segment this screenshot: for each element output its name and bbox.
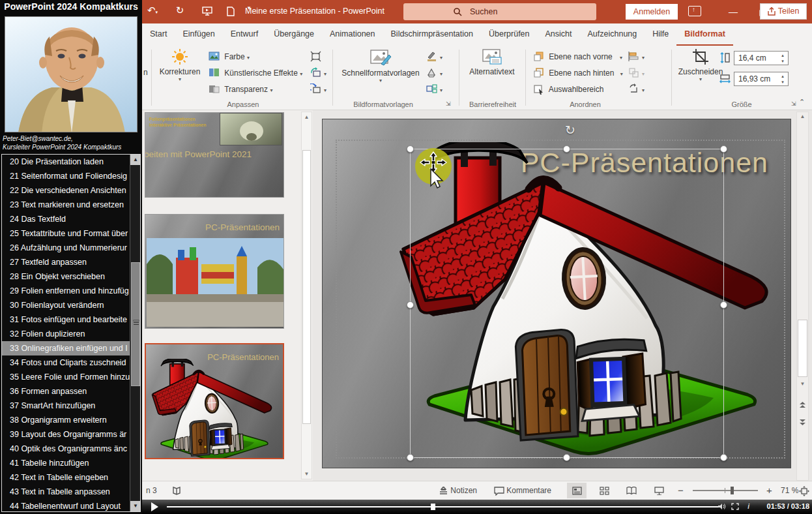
height-field[interactable]: 16,4 cm▴▾ (734, 51, 789, 65)
zoom-out-button[interactable]: − (678, 481, 684, 500)
lesson-item[interactable]: 21 Seitenformat und Foliendesig (2, 169, 140, 183)
lesson-item[interactable]: 33 Onlinegrafiken einfügen und I (2, 341, 140, 355)
fit-to-window-icon[interactable] (799, 481, 809, 500)
lesson-item[interactable]: 44 Tabellenentwurf und Layout (2, 499, 140, 512)
lesson-item[interactable]: 32 Folien duplizieren (2, 327, 140, 341)
picture-effects-icon[interactable]: ▾ (426, 66, 442, 80)
selection-handle-bottom-left[interactable] (407, 454, 414, 461)
selection-handle-top-left[interactable] (407, 145, 414, 153)
zuschneiden-button[interactable]: Zuschneiden ▾ (675, 48, 726, 82)
selection-handle-middle-left[interactable] (407, 301, 414, 309)
lesson-item[interactable]: 31 Fotos einfügen und bearbeite (2, 312, 140, 327)
slide-thumbnail-3-selected[interactable]: PC-Präsentationen (145, 343, 284, 459)
lesson-scroll-up-icon[interactable]: ▲ (130, 155, 141, 165)
change-picture-icon[interactable]: ▾ (310, 66, 326, 80)
sign-in-button[interactable]: Anmelden (626, 4, 678, 20)
selection-handle-bottom-center[interactable] (563, 454, 570, 461)
dialog-launcher-icon[interactable]: ⇲ (446, 100, 451, 107)
lesson-item[interactable]: 28 Ein Objekt verschieben (2, 269, 140, 284)
normal-view-button[interactable] (567, 483, 587, 498)
selection-handle-bottom-right[interactable] (720, 454, 727, 461)
collapse-ribbon-icon[interactable]: ⌃ (799, 98, 805, 106)
ebene-nach-vorne-button[interactable]: Ebene nach vorne ▾ (533, 50, 622, 64)
selection-handle-top-right[interactable] (720, 145, 727, 153)
previous-slide-icon[interactable] (797, 402, 808, 410)
lesson-item[interactable]: 22 Die verschiedenen Ansichten (2, 183, 140, 198)
lesson-item[interactable]: 42 Text in Tabelle eingeben (2, 470, 140, 485)
zoom-in-button[interactable]: + (766, 481, 772, 500)
ribbon-tab[interactable]: Animationen (322, 24, 383, 44)
lesson-item[interactable]: 24 Das Textfeld (2, 212, 140, 226)
next-slide-icon[interactable] (797, 419, 808, 427)
lesson-item[interactable]: 41 Tabelle hinzufügen (2, 456, 140, 470)
zoom-level-label[interactable]: 71 % (781, 481, 798, 500)
lesson-item[interactable]: 37 SmartArt hinzufügen (2, 399, 140, 413)
korrekturen-button[interactable]: Korrekturen ▾ (156, 48, 203, 82)
lesson-item[interactable]: 25 Textattribute und Format über (2, 226, 140, 241)
info-icon[interactable]: i (747, 503, 749, 510)
search-input[interactable]: Suchen (403, 3, 596, 20)
kommentare-button[interactable]: Kommentare (494, 481, 551, 500)
ribbon-tab[interactable]: Ansicht (538, 24, 580, 44)
ribbon-tab[interactable]: Einfügen (175, 24, 222, 44)
scroll-up-icon[interactable]: ▲ (797, 113, 808, 119)
zoom-slider[interactable] (693, 490, 758, 491)
width-field[interactable]: 16,93 cm▴▾ (734, 72, 789, 86)
farbe-button[interactable]: Farbe ▾ (209, 50, 250, 64)
compress-pictures-icon[interactable] (310, 50, 324, 64)
auswahlbereich-button[interactable]: Auswahlbereich (533, 82, 603, 97)
selection-handle-middle-right[interactable] (720, 301, 727, 309)
lesson-scroll-down-icon[interactable]: ▼ (130, 501, 141, 511)
play-button[interactable] (151, 502, 158, 511)
thumb-scroll-down-icon[interactable]: ▼ (302, 469, 312, 479)
lesson-scrollbar[interactable]: ▲ ▼ (130, 155, 140, 511)
lesson-item[interactable]: 29 Folien entfernen und hinzufüg (2, 284, 140, 298)
group-objects-icon[interactable]: ▾ (628, 66, 645, 80)
minimize-button[interactable]: — (718, 0, 748, 23)
undo-icon[interactable]: ↶▾ (145, 5, 160, 16)
lesson-item[interactable]: 39 Layout des Organigramms är (2, 427, 140, 442)
video-progress-handle[interactable] (431, 504, 435, 510)
redo-icon[interactable]: ↻ (172, 5, 188, 16)
lesson-item[interactable]: 26 Aufzählung und Nummerierur (2, 241, 140, 255)
lesson-item[interactable]: 23 Text markieren und ersetzen (2, 198, 140, 212)
lesson-item[interactable]: 27 Textfeld anpassen (2, 255, 140, 269)
lesson-item[interactable]: 34 Fotos und Cliparts zuschneid (2, 355, 140, 370)
lesson-item[interactable]: 43 Text in Tabelle anpassen (2, 485, 140, 499)
ribbon-tab[interactable]: Entwurf (223, 24, 266, 44)
lesson-item[interactable]: 40 Optik des Organigramms änc (2, 442, 140, 456)
lesson-item[interactable]: 35 Leere Folie und Formen hinzu (2, 370, 140, 384)
reading-view-button[interactable] (622, 483, 641, 498)
ribbon-tab[interactable]: Aufzeichnung (580, 24, 645, 44)
thumb-scroll-thumb[interactable] (302, 150, 311, 424)
ebene-nach-hinten-button[interactable]: Ebene nach hinten ▾ (533, 66, 623, 80)
alternativtext-button[interactable]: Alternativtext (464, 48, 520, 76)
size-dialog-launcher-icon[interactable]: ⇲ (791, 100, 796, 107)
scroll-down-icon[interactable]: ▼ (797, 381, 808, 387)
zoom-slider-handle[interactable] (731, 487, 734, 494)
picture-border-icon[interactable]: ▾ (426, 50, 442, 64)
lesson-item[interactable]: 36 Formen anpassen (2, 384, 140, 399)
volume-icon[interactable] (718, 503, 726, 511)
lesson-item[interactable]: 20 Die Präsentation laden (2, 155, 140, 169)
lesson-item[interactable]: 38 Organigramm erweitern (2, 413, 140, 427)
thumbnail-scrollbar[interactable]: ▲ ▼ (301, 112, 312, 479)
ribbon-tab[interactable]: Bildformat (676, 24, 733, 46)
kuenstlerische-effekte-button[interactable]: Künstlerische Effekte ▾ (209, 66, 302, 80)
thumb-scroll-up-icon[interactable]: ▲ (302, 112, 312, 122)
align-objects-icon[interactable]: ▾ (628, 50, 645, 64)
slideshow-view-button[interactable] (649, 483, 669, 498)
ribbon-tab[interactable]: Hilfe (645, 24, 676, 44)
ribbon-tab[interactable]: Überprüfen (481, 24, 538, 44)
slide-sorter-view-button[interactable] (594, 483, 614, 498)
picture-layout-icon[interactable]: ▾ (426, 82, 442, 97)
ribbon-tab[interactable]: Start (142, 24, 175, 44)
rotate-objects-icon[interactable]: ▾ (628, 82, 645, 97)
schnellformatvorlagen-button[interactable]: Schnellformatvorlagen ▾ (338, 48, 424, 83)
slide-editing-surface[interactable]: PC-Präsentationen ↻ (322, 119, 791, 468)
slide-thumbnail-1[interactable]: FolienpräsentationenInteraktive Präsenta… (145, 112, 284, 198)
lesson-scroll-thumb[interactable] (131, 262, 140, 386)
reset-picture-icon[interactable]: ▾ (310, 82, 326, 97)
ribbon-tab[interactable]: Übergänge (266, 24, 322, 44)
scroll-thumb[interactable] (798, 320, 807, 377)
